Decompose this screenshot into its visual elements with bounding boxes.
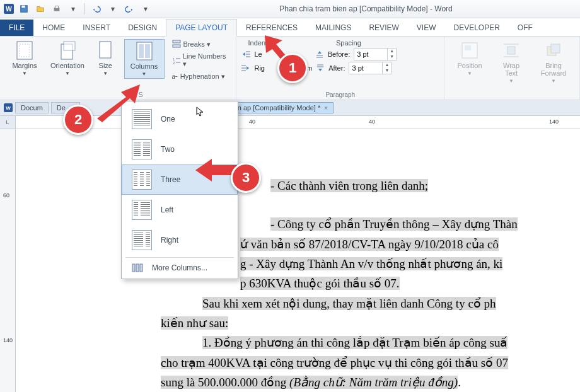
ruler-corner: L — [0, 116, 16, 129]
size-label: Size — [99, 62, 112, 69]
tab-office[interactable]: OFF — [509, 20, 542, 36]
doc-tab-1[interactable]: Docum — [15, 102, 49, 113]
spacing-after-input[interactable]: ▲▼ — [349, 62, 392, 74]
line-numbers-button[interactable]: 12Line Numbers ▾ — [171, 52, 231, 69]
undo-more-icon[interactable]: ▾ — [107, 3, 119, 15]
columns-right[interactable]: Right — [122, 225, 238, 255]
indent-left-icon — [241, 50, 250, 59]
text-line: cho trạm 400KVA tại công trường để phục … — [161, 356, 508, 369]
breaks-button[interactable]: Breaks ▾ — [171, 39, 231, 49]
spacing-before-icon — [315, 50, 324, 59]
svg-rect-1 — [22, 6, 25, 8]
callout-3: 3 — [231, 163, 261, 193]
undo-icon[interactable] — [90, 3, 103, 15]
svg-rect-11 — [145, 44, 150, 58]
bring-forward-icon — [543, 40, 564, 61]
vertical-ruler[interactable]: 60 140 — [0, 129, 16, 392]
text-line: 1. Đồng ý phương án thi công lắp đặt Trạ… — [202, 336, 508, 349]
orientation-icon — [57, 40, 78, 61]
position-label: Position — [457, 62, 482, 69]
open-icon[interactable] — [34, 3, 47, 15]
paragraph-group-label: Paragraph — [241, 90, 439, 98]
text-line: p 630KVA thuộc gói thầu số 07. — [240, 277, 400, 290]
text-line: - Các thành viên trong liên danh; — [270, 179, 428, 192]
wrap-text-label: Wrap Text — [496, 62, 526, 77]
spacing-before-label: Before: — [328, 50, 350, 58]
text-line-italic: (Bằng chữ: Năm trăm triệu đồng) — [289, 376, 458, 389]
text-line: g - Xây dựng Thành An v/v thống nhất phư… — [240, 257, 502, 270]
text-line: sung là 500.000.000 đồng — [161, 376, 289, 389]
columns-more[interactable]: More Columns... — [122, 260, 238, 276]
text-line: kiến như sau: — [161, 316, 228, 330]
wrap-text-button: Wrap Text▼ — [494, 39, 529, 85]
tab-home[interactable]: HOME — [33, 20, 74, 36]
svg-rect-13 — [173, 45, 180, 47]
position-icon — [460, 40, 480, 61]
margins-button[interactable]: Margins ▼ — [5, 39, 44, 78]
columns-label: Columns — [130, 62, 158, 70]
tab-page-layout[interactable]: PAGE LAYOUT — [166, 19, 237, 37]
spacing-heading: Spacing — [336, 39, 361, 47]
tab-developer[interactable]: DEVELOPER — [444, 20, 508, 36]
bring-forward-button: Bring Forward▼ — [533, 39, 574, 85]
redo-icon[interactable] — [123, 3, 136, 15]
svg-rect-12 — [173, 40, 180, 43]
columns-dropdown: One Two Three Left Right More Columns... — [121, 101, 238, 279]
window-title: Phan chia tram bien ap [Compatibility Mo… — [156, 4, 576, 13]
tab-file[interactable]: FILE — [0, 20, 33, 36]
hyphenation-button[interactable]: a-Hyphenation ▾ — [171, 71, 231, 82]
breaks-label: Breaks ▾ — [183, 40, 211, 49]
spacing-before-input[interactable]: ▲▼ — [354, 48, 397, 61]
margins-icon — [14, 40, 35, 61]
line-numbers-label: Line Numbers ▾ — [183, 52, 230, 68]
size-icon — [95, 40, 115, 61]
indent-right-icon — [241, 64, 250, 72]
svg-text:2: 2 — [173, 61, 175, 65]
text-line: . — [458, 376, 461, 389]
svg-rect-35 — [132, 264, 135, 272]
columns-button[interactable]: Columns ▼ — [124, 39, 165, 79]
tab-design[interactable]: DESIGN — [119, 20, 166, 36]
tab-insert[interactable]: INSERT — [74, 20, 119, 36]
position-button: Position▼ — [450, 39, 490, 78]
save-icon[interactable] — [18, 3, 30, 15]
word-icon: W — [4, 103, 13, 112]
title-bar: W ▾ ▾ ▾ Phan chia tram bien ap [Compatib… — [0, 0, 580, 18]
orientation-label: Orientation — [50, 62, 84, 69]
hyphenation-label: Hyphenation ▾ — [180, 72, 225, 81]
spacing-after-label: After: — [328, 64, 345, 72]
svg-rect-29 — [465, 45, 471, 50]
close-icon[interactable]: × — [324, 105, 328, 112]
svg-rect-3 — [55, 6, 58, 9]
qat-more-icon[interactable]: ▾ — [139, 3, 152, 15]
svg-rect-10 — [139, 44, 144, 58]
orientation-button[interactable]: Orientation ▼ — [48, 39, 87, 78]
svg-rect-8 — [100, 42, 111, 58]
columns-icon — [134, 41, 154, 61]
text-line: - Công ty cổ phần Truyền thông – Xây dựn… — [270, 217, 518, 231]
tab-view[interactable]: VIEW — [408, 20, 445, 36]
svg-rect-30 — [508, 47, 515, 54]
svg-rect-7 — [64, 42, 75, 50]
bring-forward-label: Bring Forward — [535, 62, 572, 77]
text-line: Sau khi xem xét nội dung, thay mặt liên … — [202, 297, 496, 310]
columns-left[interactable]: Left — [122, 195, 238, 225]
svg-rect-37 — [140, 264, 142, 272]
svg-rect-34 — [551, 44, 560, 53]
word-icon: W — [4, 4, 14, 14]
print-icon[interactable] — [50, 3, 63, 15]
spacing-after-icon — [316, 64, 325, 72]
callout-2: 2 — [63, 105, 93, 135]
svg-rect-36 — [136, 264, 139, 272]
size-button[interactable]: Size ▼ — [91, 39, 120, 78]
text-line: ứ văn bản số 87/2018/CV-TA ngày 9/10/201… — [240, 238, 499, 251]
document-page[interactable]: - Các thành viên trong liên danh; - Công… — [16, 129, 580, 392]
tab-mailings[interactable]: MAILINGS — [306, 20, 360, 36]
callout-arrow-2 — [87, 82, 144, 126]
quick-customize-icon[interactable]: ▾ — [67, 3, 79, 15]
margins-label: Margins — [12, 62, 37, 69]
callout-1: 1 — [277, 53, 308, 83]
wrap-text-icon — [501, 40, 521, 61]
tab-review[interactable]: REVIEW — [360, 20, 407, 36]
